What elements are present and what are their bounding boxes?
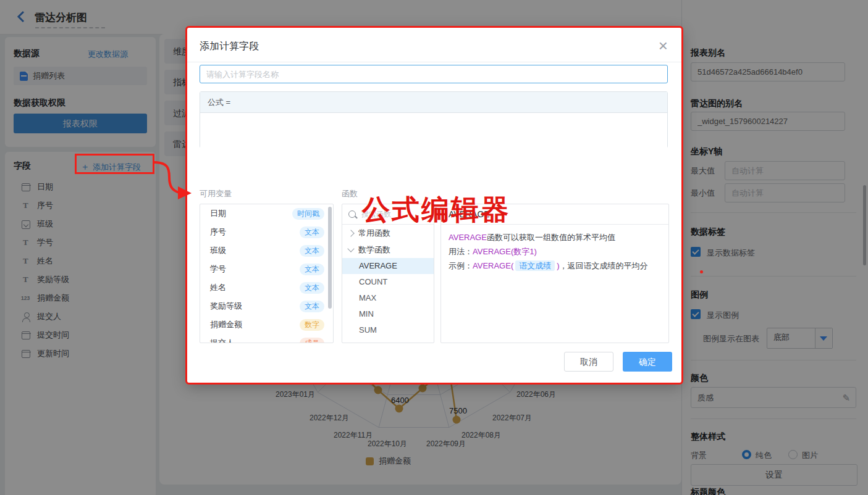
function-item-count[interactable]: COUNT	[342, 274, 434, 290]
functions-title: 函数	[342, 188, 358, 199]
variables-list: 日期时间戳 序号文本 班级文本 学号文本 姓名文本 奖励等级文本 捐赠金额数字 …	[200, 204, 334, 343]
chevron-down-icon	[347, 245, 354, 252]
variable-item[interactable]: 学号文本	[200, 260, 333, 278]
formula-input-area[interactable]	[200, 113, 667, 148]
doc-example: 示例：AVERAGE(语文成绩)，返回语文成绩的平均分	[449, 259, 661, 273]
close-icon[interactable]: ×	[659, 36, 668, 56]
function-item-sum[interactable]: SUM	[342, 322, 434, 338]
variable-item[interactable]: 奖励等级文本	[200, 297, 333, 315]
variable-item[interactable]: 姓名文本	[200, 278, 333, 297]
variable-item[interactable]: 序号文本	[200, 223, 333, 241]
chevron-right-icon	[347, 230, 354, 236]
annotation-dot	[700, 270, 703, 273]
function-item-min[interactable]: MIN	[342, 306, 434, 322]
annotation-highlight-box	[75, 154, 154, 174]
calc-field-name-input[interactable]	[200, 65, 668, 83]
cancel-button[interactable]: 取消	[564, 352, 613, 372]
divider	[187, 62, 681, 62]
formula-label: 公式 =	[200, 92, 667, 113]
type-badge: 文本	[300, 282, 324, 294]
type-badge: 文本	[300, 227, 324, 238]
doc-description: AVERAGE函数可以获取一组数值的算术平均值	[449, 230, 661, 244]
type-badge: 文本	[300, 245, 324, 257]
annotation-text: 公式编辑器	[362, 191, 510, 228]
variable-item[interactable]: 提交人成员	[200, 334, 333, 343]
type-badge: 文本	[300, 301, 324, 312]
confirm-button[interactable]: 确定	[623, 352, 672, 372]
variable-item[interactable]: 日期时间戳	[200, 204, 333, 223]
formula-editor: 公式 =	[200, 91, 668, 148]
function-group-math[interactable]: 数学函数	[342, 241, 434, 258]
type-badge: 数字	[300, 319, 324, 331]
function-item-average[interactable]: AVERAGE	[342, 258, 434, 274]
variables-title: 可用变量	[200, 188, 232, 199]
field-chip: 语文成绩	[515, 260, 555, 271]
annotation-arrow	[152, 156, 201, 205]
function-item-max[interactable]: MAX	[342, 290, 434, 306]
app-window: 雷达分析图 保存 数据源 更改数据源 捐赠列表 数据获取权限 报表权限 字段 ＋…	[0, 0, 868, 495]
type-badge: 成员	[300, 338, 324, 344]
search-icon	[348, 210, 356, 218]
variable-item[interactable]: 捐赠金额数字	[200, 315, 333, 334]
modal-title: 添加计算字段	[200, 40, 259, 53]
variables-scrollbar[interactable]	[328, 207, 332, 309]
type-badge: 文本	[300, 264, 324, 275]
variable-item[interactable]: 班级文本	[200, 241, 333, 260]
doc-usage: 用法：AVERAGE(数字1)	[449, 244, 661, 259]
function-doc-body: AVERAGE函数可以获取一组数值的算术平均值 用法：AVERAGE(数字1) …	[441, 225, 668, 278]
type-badge: 时间戳	[292, 208, 324, 220]
